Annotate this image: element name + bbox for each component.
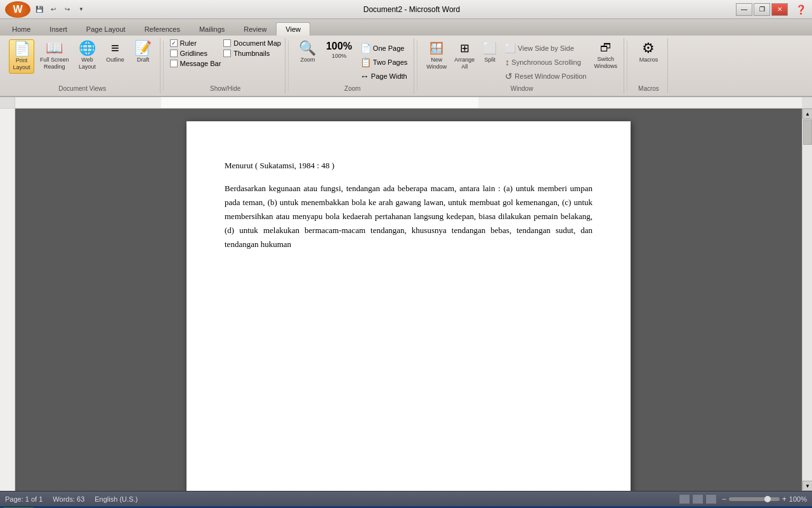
scroll-thumb[interactable] (803, 119, 812, 145)
title-bar: W 💾 ↩ ↪ ▼ Document2 - Microsoft Word — ❐… (0, 0, 812, 19)
save-quick-btn[interactable]: 💾 (33, 3, 46, 16)
full-screen-reading-btn[interactable]: 📖 Full ScreenReading (37, 39, 72, 72)
tab-insert[interactable]: Insert (40, 22, 77, 36)
undo-quick-btn[interactable]: ↩ (47, 3, 60, 16)
document-page: Menurut ( Sukatamsi, 1984 : 48 ) Berdasa… (187, 121, 631, 491)
tab-mailings[interactable]: Mailings (190, 22, 234, 36)
window-group: 🪟 NewWindow ⊞ ArrangeAll ⬜ Split ⬜ View … (420, 38, 624, 93)
message-bar-checkbox[interactable] (170, 60, 178, 67)
close-button[interactable]: ✕ (771, 3, 788, 16)
words-status: Words: 63 (53, 495, 84, 503)
document-map-checkbox[interactable] (223, 39, 231, 47)
window-controls: — ❐ ✕ ❓ (736, 3, 807, 16)
message-bar-check-item[interactable]: Message Bar (170, 60, 221, 67)
print-layout-label: PrintLayout (13, 57, 30, 71)
scroll-up-btn[interactable]: ▲ (802, 109, 812, 119)
view-side-icon: ⬜ (505, 43, 516, 53)
document-map-label: Document Map (233, 39, 281, 47)
tab-view[interactable]: View (276, 22, 310, 36)
thumbnails-checkbox[interactable] (223, 50, 231, 57)
zoom-minus-btn[interactable]: − (722, 495, 726, 504)
ruler-svg (15, 97, 802, 108)
zoom-slider[interactable] (729, 497, 780, 501)
synchronous-scrolling-btn[interactable]: ↕ Synchronous Scrolling (502, 56, 589, 69)
zoom-slider-thumb[interactable] (764, 496, 771, 502)
tab-page-layout[interactable]: Page Layout (77, 22, 135, 36)
view-full-btn[interactable] (692, 494, 704, 504)
outline-icon: ≡ (111, 41, 119, 55)
gridlines-check-item[interactable]: Gridlines (170, 50, 221, 57)
print-layout-icon: 📄 (13, 42, 30, 56)
page-area: Menurut ( Sukatamsi, 1984 : 48 ) Berdasa… (15, 109, 802, 491)
thumbnails-check-item[interactable]: Thumbnails (223, 50, 281, 57)
new-window-btn[interactable]: 🪟 NewWindow (424, 39, 449, 72)
ribbon-content: 📄 PrintLayout 📖 Full ScreenReading 🌐 Web… (0, 36, 812, 96)
zoom-btn-label: Zoom (300, 57, 315, 64)
view-web-btn[interactable] (705, 494, 717, 504)
show-hide-checkboxes: Ruler Gridlines Message Bar (170, 39, 221, 67)
macros-label: Macros (639, 57, 658, 64)
draft-btn[interactable]: 📝 Draft (131, 39, 156, 65)
zoom-btn[interactable]: 🔍 Zoom (295, 39, 320, 65)
svg-rect-1 (161, 97, 478, 108)
outline-label: Outline (106, 57, 124, 64)
document-map-check-item[interactable]: Document Map (223, 39, 281, 47)
macros-icon: ⚙ (642, 41, 655, 55)
horizontal-ruler (15, 97, 802, 108)
language-status: English (U.S.) (95, 495, 138, 503)
help-button[interactable]: ❓ (794, 3, 807, 16)
minimize-button[interactable]: — (736, 3, 752, 16)
ruler-check-item[interactable]: Ruler (170, 39, 221, 47)
view-print-btn[interactable] (679, 494, 690, 504)
full-screen-label: Full ScreenReading (40, 57, 69, 70)
zoom-icon: 🔍 (299, 41, 316, 55)
main-content: Menurut ( Sukatamsi, 1984 : 48 ) Berdasa… (0, 109, 812, 491)
macros-btn[interactable]: ⚙ Macros (636, 39, 661, 65)
gridlines-checkbox[interactable] (170, 50, 178, 57)
scroll-track (802, 119, 812, 481)
two-pages-btn[interactable]: 📋 Two Pages (358, 56, 410, 69)
show-hide-checkboxes2: Document Map Thumbnails (223, 39, 281, 57)
split-btn[interactable]: ⬜ Split (480, 39, 500, 65)
zoom-100-btn[interactable]: 100% 100% (323, 39, 355, 62)
tab-review[interactable]: Review (234, 22, 276, 36)
tab-home[interactable]: Home (3, 22, 40, 36)
view-side-by-side-btn[interactable]: ⬜ View Side by Side (502, 42, 589, 55)
macros-items: ⚙ Macros (636, 38, 661, 84)
svg-rect-2 (0, 121, 15, 491)
restore-button[interactable]: ❐ (754, 3, 770, 16)
document-views-label: Document Views (58, 84, 106, 93)
page-width-btn[interactable]: ↔ Page Width (358, 70, 410, 83)
arrange-all-icon: ⊞ (460, 41, 469, 55)
one-page-label: One Page (373, 44, 405, 52)
sync-scroll-label: Synchronous Scrolling (511, 58, 580, 66)
office-button[interactable]: W (5, 1, 30, 18)
draft-label: Draft (137, 57, 150, 64)
redo-quick-btn[interactable]: ↪ (61, 3, 74, 16)
outline-btn[interactable]: ≡ Outline (103, 39, 128, 65)
window-group-label: Window (511, 84, 534, 93)
vertical-scrollbar[interactable]: ▲ ▼ (802, 109, 812, 491)
print-layout-btn[interactable]: 📄 PrintLayout (9, 39, 34, 74)
reset-window-icon: ↺ (505, 71, 513, 81)
one-page-btn[interactable]: 📄 One Page (358, 42, 410, 55)
zoom-plus-btn[interactable]: + (782, 495, 787, 504)
switch-windows-btn[interactable]: 🗗 SwitchWindows (591, 39, 620, 72)
web-layout-btn[interactable]: 🌐 WebLayout (75, 39, 100, 72)
new-window-label: NewWindow (426, 57, 447, 70)
window-items: 🪟 NewWindow ⊞ ArrangeAll ⬜ Split ⬜ View … (424, 38, 620, 84)
document-body: Berdasarkan kegunaan atau fungsi, tendan… (225, 182, 593, 251)
tab-references[interactable]: References (135, 22, 190, 36)
page-width-label: Page Width (371, 72, 407, 80)
qa-dropdown[interactable]: ▼ (75, 3, 88, 16)
scroll-down-btn[interactable]: ▼ (802, 481, 812, 491)
reset-window-btn[interactable]: ↺ Reset Window Position (502, 70, 589, 83)
ribbon-tabs: Home Insert Page Layout References Maili… (0, 19, 812, 36)
macros-group-label: Macros (638, 84, 659, 93)
switch-windows-icon: 🗗 (600, 41, 612, 55)
ruler-checkbox[interactable] (170, 39, 178, 47)
arrange-all-btn[interactable]: ⊞ ArrangeAll (452, 39, 477, 72)
view-side-label: View Side by Side (518, 44, 573, 52)
thumbnails-label: Thumbnails (233, 50, 270, 57)
ruler-area (0, 97, 812, 109)
